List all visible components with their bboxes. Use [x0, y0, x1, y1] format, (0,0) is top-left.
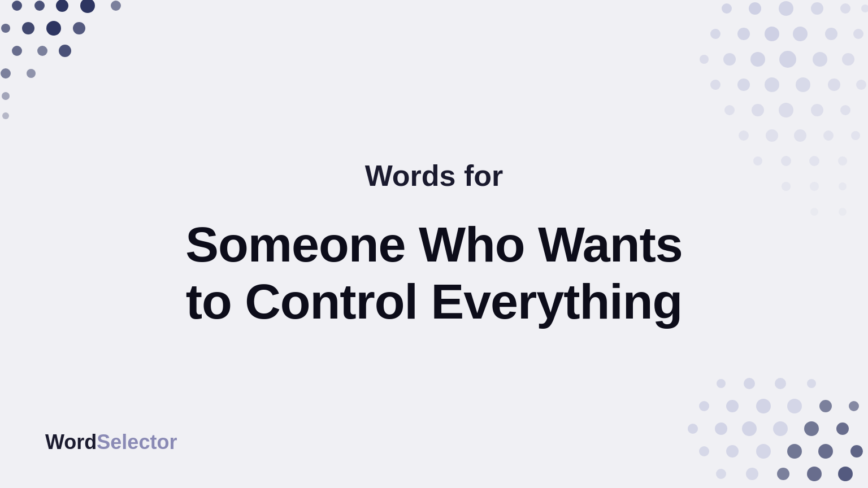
svg-point-49 [851, 131, 860, 140]
svg-point-50 [753, 156, 762, 165]
svg-point-55 [810, 182, 819, 191]
dots-top-left-decoration [0, 0, 136, 124]
page-container: Words for Someone Who Wants to Control E… [0, 0, 868, 488]
svg-point-85 [838, 467, 853, 481]
svg-point-71 [742, 421, 757, 436]
svg-point-26 [825, 28, 837, 40]
svg-point-73 [804, 421, 819, 436]
svg-point-23 [737, 28, 750, 40]
svg-point-77 [756, 444, 771, 459]
svg-point-20 [840, 3, 850, 14]
svg-point-69 [688, 424, 698, 434]
svg-point-66 [787, 399, 802, 413]
svg-point-48 [823, 130, 834, 141]
svg-point-51 [781, 156, 791, 166]
svg-point-28 [700, 55, 709, 64]
svg-point-78 [787, 444, 802, 459]
svg-point-39 [856, 80, 866, 90]
main-heading-line1: Someone Who Wants [185, 216, 682, 272]
svg-point-60 [744, 378, 755, 389]
hero-content: Words for Someone Who Wants to Control E… [185, 158, 682, 330]
logo-selector-part: Selector [97, 430, 177, 454]
svg-point-1 [34, 1, 45, 11]
svg-point-25 [793, 27, 808, 41]
svg-point-59 [717, 379, 726, 388]
svg-point-6 [22, 22, 34, 34]
svg-point-70 [715, 422, 727, 435]
svg-point-67 [819, 400, 832, 412]
svg-point-13 [27, 69, 36, 78]
svg-point-80 [850, 445, 863, 457]
svg-point-12 [1, 68, 11, 79]
svg-point-16 [722, 3, 732, 14]
svg-point-75 [699, 446, 709, 456]
svg-point-41 [752, 104, 764, 116]
svg-point-57 [810, 208, 818, 216]
svg-point-24 [765, 27, 779, 41]
svg-point-54 [782, 182, 791, 191]
svg-point-3 [80, 0, 95, 13]
svg-point-56 [839, 182, 847, 190]
svg-point-17 [749, 2, 761, 15]
svg-point-40 [724, 105, 735, 115]
subtitle-text: Words for [185, 158, 682, 193]
main-heading: Someone Who Wants to Control Everything [185, 216, 682, 330]
dots-top-right-decoration [698, 0, 868, 237]
svg-point-21 [861, 5, 868, 12]
svg-point-27 [853, 29, 863, 39]
svg-point-44 [840, 105, 850, 115]
svg-point-82 [746, 468, 758, 480]
svg-point-72 [773, 421, 788, 436]
svg-point-81 [716, 469, 726, 479]
svg-point-61 [775, 378, 786, 389]
svg-point-46 [766, 129, 778, 142]
svg-point-29 [723, 53, 736, 66]
svg-point-2 [56, 0, 68, 12]
svg-point-47 [794, 129, 806, 142]
svg-point-62 [807, 379, 816, 388]
svg-point-52 [809, 156, 819, 166]
svg-point-79 [818, 444, 833, 459]
svg-point-4 [111, 1, 121, 11]
svg-point-7 [46, 21, 61, 36]
svg-point-0 [12, 1, 22, 11]
svg-point-18 [779, 1, 793, 16]
svg-point-65 [756, 399, 771, 413]
main-heading-line2: to Control Everything [186, 273, 683, 329]
svg-point-58 [839, 208, 847, 216]
svg-point-30 [750, 52, 765, 67]
svg-point-43 [811, 104, 823, 116]
svg-point-68 [849, 401, 859, 411]
svg-point-45 [739, 130, 749, 141]
svg-point-64 [726, 400, 739, 412]
svg-point-74 [836, 422, 849, 435]
svg-point-35 [737, 79, 750, 91]
svg-point-76 [726, 445, 739, 457]
dots-bottom-right-decoration [687, 375, 868, 488]
svg-point-36 [765, 77, 779, 92]
svg-point-5 [1, 24, 10, 33]
svg-point-34 [710, 80, 721, 90]
svg-point-33 [842, 53, 854, 66]
logo: WordSelector [45, 430, 177, 454]
svg-point-32 [813, 52, 827, 67]
svg-point-31 [779, 51, 796, 68]
svg-point-8 [73, 22, 85, 34]
svg-point-42 [779, 103, 793, 117]
svg-point-11 [59, 45, 71, 57]
logo-word-part: Word [45, 430, 97, 454]
svg-point-83 [777, 468, 789, 480]
svg-point-22 [710, 29, 721, 39]
svg-point-14 [2, 92, 10, 100]
svg-point-9 [12, 46, 22, 56]
svg-point-15 [2, 112, 9, 119]
svg-point-38 [828, 79, 840, 91]
svg-point-63 [699, 401, 709, 411]
svg-point-19 [811, 2, 823, 15]
svg-point-37 [796, 77, 810, 92]
svg-point-53 [838, 156, 847, 165]
svg-point-10 [37, 46, 47, 56]
svg-point-84 [807, 467, 822, 481]
